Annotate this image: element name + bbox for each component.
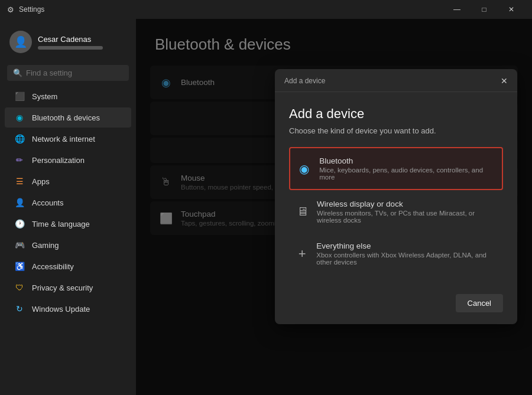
sidebar-item-label: Gaming [32,241,59,250]
device-option-bluetooth[interactable]: ◉ Bluetooth Mice, keyboards, pens, audio… [289,147,503,190]
sidebar-item-label: Accessibility [32,262,74,271]
everything-option-icon: + [296,246,308,262]
everything-option-sub: Xbox controllers with Xbox Wireless Adap… [316,252,496,266]
sidebar-item-privacy[interactable]: 🛡 Privacy & security [5,278,131,298]
main-content: Bluetooth & devices ◉ Bluetooth On Add d… [136,19,532,395]
system-icon: ⬛ [14,91,25,102]
sidebar-item-label: Apps [32,177,50,186]
sidebar-item-accounts[interactable]: 👤 Accounts [5,192,131,213]
sidebar-item-time[interactable]: 🕐 Time & language [5,214,131,234]
bluetooth-option-title: Bluetooth [319,156,495,165]
dialog-close-button[interactable]: ✕ [501,76,508,86]
wireless-option-title: Wireless display or dock [317,200,496,208]
sidebar-item-update[interactable]: ↻ Windows Update [5,299,131,319]
add-device-dialog: Add a device ✕ Add a device Choose the k… [275,69,517,324]
everything-option-text: Everything else Xbox controllers with Xb… [316,241,496,266]
dialog-header-title: Add a device [284,77,325,85]
gaming-icon: 🎮 [14,240,25,250]
wireless-option-icon: 🖥 [296,205,309,218]
wireless-option-sub: Wireless monitors, TVs, or PCs that use … [317,210,496,224]
titlebar-left: ⚙ Settings [7,5,44,14]
sidebar-item-label: Network & internet [32,135,95,143]
dialog-title: Add a device [289,106,503,122]
dialog-header: Add a device ✕ [275,69,517,92]
app-container: 👤 Cesar Cadenas 🔍 ⬛ System ◉ Bluetooth &… [0,19,532,395]
avatar: 👤 [9,31,32,53]
everything-option-title: Everything else [316,241,496,250]
close-button[interactable]: ✕ [498,0,525,19]
privacy-icon: 🛡 [14,282,25,293]
titlebar-controls: — □ ✕ [443,0,525,19]
user-section[interactable]: 👤 Cesar Cadenas [0,24,136,60]
sidebar-item-system[interactable]: ⬛ System [5,86,131,106]
sidebar-item-label: Windows Update [32,305,90,314]
minimize-button[interactable]: — [443,0,471,19]
search-input[interactable] [26,68,125,77]
accounts-icon: 👤 [14,197,25,208]
dialog-footer: Cancel [275,287,517,324]
wireless-option-text: Wireless display or dock Wireless monito… [317,200,496,224]
apps-icon: ☰ [14,176,25,187]
bluetooth-option-icon: ◉ [297,162,311,176]
sidebar-item-label: Bluetooth & devices [32,113,100,122]
dialog-subtitle: Choose the kind of device you want to ad… [289,126,503,135]
user-info: Cesar Cadenas [38,35,103,50]
dialog-body: Add a device Choose the kind of device y… [275,92,517,287]
sidebar-item-gaming[interactable]: 🎮 Gaming [5,235,131,255]
search-box[interactable]: 🔍 [7,65,129,81]
sidebar-item-label: System [32,92,57,101]
device-option-everything[interactable]: + Everything else Xbox controllers with … [289,233,503,274]
personalization-icon: ✏ [14,155,25,165]
sidebar-item-label: Personalization [32,156,85,165]
sidebar-item-personalization[interactable]: ✏ Personalization [5,150,131,170]
sidebar-item-accessibility[interactable]: ♿ Accessibility [5,256,131,276]
cancel-button[interactable]: Cancel [456,294,503,312]
titlebar-title: Settings [19,5,44,14]
network-icon: 🌐 [14,133,25,144]
bluetooth-icon: ◉ [14,112,25,123]
accessibility-icon: ♿ [14,261,25,272]
avatar-icon: 👤 [14,35,27,48]
sidebar: 👤 Cesar Cadenas 🔍 ⬛ System ◉ Bluetooth &… [0,19,136,395]
sidebar-item-apps[interactable]: ☰ Apps [5,171,131,191]
sidebar-item-network[interactable]: 🌐 Network & internet [5,129,131,149]
search-icon: 🔍 [13,68,22,77]
time-icon: 🕐 [14,218,25,229]
user-name: Cesar Cadenas [38,35,103,44]
sidebar-item-bluetooth[interactable]: ◉ Bluetooth & devices [5,107,131,128]
sidebar-item-label: Accounts [32,198,63,207]
maximize-button[interactable]: □ [471,0,498,19]
sidebar-item-label: Privacy & security [32,283,93,292]
titlebar: ⚙ Settings — □ ✕ [0,0,532,19]
update-icon: ↻ [14,303,25,314]
sidebar-item-label: Time & language [32,220,90,228]
bluetooth-option-text: Bluetooth Mice, keyboards, pens, audio d… [319,156,495,181]
user-email-bar [38,46,103,50]
settings-icon: ⚙ [7,5,14,14]
bluetooth-option-sub: Mice, keyboards, pens, audio devices, co… [319,167,495,181]
device-option-wireless[interactable]: 🖥 Wireless display or dock Wireless moni… [289,191,503,232]
